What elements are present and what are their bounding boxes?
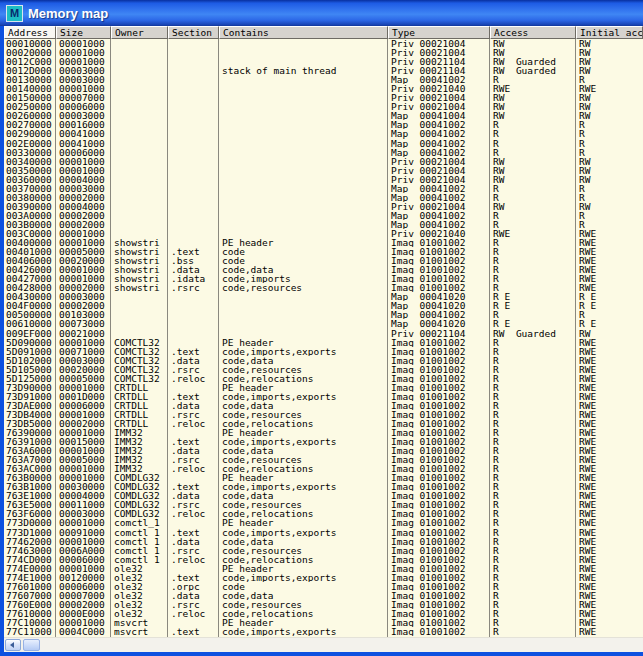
cell-owner xyxy=(111,301,168,310)
cell-access: R xyxy=(490,473,576,482)
cell-owner: ole32 xyxy=(111,591,168,600)
table-row[interactable]: 7639000000001000IMM32PE headerImag 01001… xyxy=(4,428,643,437)
table-row[interactable]: 5D10200000003000COMCTL32.datacode,dataIm… xyxy=(4,356,643,365)
table-row[interactable]: 0042600000001000showstri.datacode,dataIm… xyxy=(4,265,643,274)
table-row[interactable]: 0012D00000003000stack of main threadPriv… xyxy=(4,66,643,75)
table-row[interactable]: 0042800000002000showstri.rsrccode,resour… xyxy=(4,283,643,292)
cell-contains: PE header xyxy=(219,564,388,573)
table-row[interactable]: 004F000000002000Map 00041020R ER E xyxy=(4,301,643,310)
cell-access: R xyxy=(490,437,576,446)
column-header-initial-access[interactable]: Initial acc xyxy=(576,26,643,39)
table-row[interactable]: 0042700000001000showstri.idatacode,impor… xyxy=(4,274,643,283)
table-row[interactable]: 0029000000041000Map 00041002RR xyxy=(4,129,643,138)
cell-section: .text xyxy=(168,482,219,491)
scroll-thumb[interactable] xyxy=(23,639,40,651)
table-row[interactable]: 77C1000000001000msvcrtPE headerImag 0100… xyxy=(4,618,643,627)
cell-section xyxy=(168,102,219,111)
table-row[interactable]: 7760700000007000ole32.datacode,dataImag … xyxy=(4,591,643,600)
table-row[interactable]: 0034000000001000Priv 00021004RWRW xyxy=(4,157,643,166)
cell-access: R xyxy=(490,211,576,220)
column-header-type[interactable]: Type xyxy=(388,26,490,39)
table-row[interactable]: 7760100000006000ole32.orpccodeImag 01001… xyxy=(4,582,643,591)
table-row[interactable]: 7760E00000002000ole32.rsrccode,resources… xyxy=(4,600,643,609)
table-row[interactable]: 73D9000000001000CRTDLLPE headerImag 0100… xyxy=(4,383,643,392)
cell-section: .reloc xyxy=(168,509,219,518)
table-row[interactable]: 5D10500000020000COMCTL32.rsrccode,resour… xyxy=(4,365,643,374)
table-row[interactable]: 763E100000004000COMDLG32.datacode,dataIm… xyxy=(4,491,643,500)
horizontal-scrollbar[interactable] xyxy=(4,637,643,652)
column-header-contains[interactable]: Contains xyxy=(219,26,388,39)
table-row[interactable]: 774630000006A000comctl_1.rsrccode,resour… xyxy=(4,546,643,555)
table-row[interactable]: 776100000000E000ole32.reloccode,relocati… xyxy=(4,609,643,618)
titlebar[interactable]: M Memory map xyxy=(0,0,643,26)
cell-access: R xyxy=(490,383,576,392)
cell-size: 00004000 xyxy=(56,491,111,500)
table-row[interactable]: 0002000000001000Priv 00021004RWRW xyxy=(4,48,643,57)
table-row[interactable]: 763A700000005000IMM32.rsrccode,resources… xyxy=(4,455,643,464)
table-row[interactable]: 003C000000001000Priv 00021040RWERWE xyxy=(4,229,643,238)
table-row[interactable]: 002E000000041000Map 00041002RR xyxy=(4,139,643,148)
table-row[interactable]: 73D910000001D000CRTDLL.textcode,imports,… xyxy=(4,392,643,401)
table-row[interactable]: 763A600000001000IMM32.datacode,dataImag … xyxy=(4,446,643,455)
table-row[interactable]: 0040100000005000showstri.textcodeImag 01… xyxy=(4,247,643,256)
scroll-left-button[interactable] xyxy=(5,639,21,651)
table-row[interactable]: 763AC00000001000IMM32.reloccode,relocati… xyxy=(4,464,643,473)
table-row[interactable]: 0014000000001000Priv 00021040RWERWE xyxy=(4,84,643,93)
table-row[interactable]: 0035000000001000Priv 00021004RWRW xyxy=(4,166,643,175)
table-row[interactable]: 763F600000003000COMDLG32.reloccode,reloc… xyxy=(4,509,643,518)
table-row[interactable]: 7746200000001000comctl_1.datacode,dataIm… xyxy=(4,537,643,546)
cell-initial-access: RWE xyxy=(576,555,643,564)
table-row[interactable]: 763B000000001000COMDLG32PE headerImag 01… xyxy=(4,473,643,482)
table-row[interactable]: 003A000000002000Map 00041002RR xyxy=(4,211,643,220)
column-header-access[interactable]: Access xyxy=(490,26,576,39)
table-row[interactable]: 73DB500000002000CRTDLL.reloccode,relocat… xyxy=(4,419,643,428)
table-row[interactable]: 774E000000001000ole32PE headerImag 01001… xyxy=(4,564,643,573)
column-header-owner[interactable]: Owner xyxy=(111,26,168,39)
table-row[interactable]: 0001000000001000Priv 00021004RWRW xyxy=(4,39,643,48)
table-panel: Address Size Owner Section Contains Type… xyxy=(4,26,643,652)
table-row[interactable]: 73DAE00000006000CRTDLL.datacode,dataImag… xyxy=(4,401,643,410)
table-row[interactable]: 0050000000103000Map 00041002RR xyxy=(4,310,643,319)
table-row[interactable]: 0040000000001000showstriPE headerImag 01… xyxy=(4,238,643,247)
table-row[interactable]: 0040600000020000showstri.bsscodeImag 010… xyxy=(4,256,643,265)
table-row[interactable]: 0061000000073000Map 00041020R ER E xyxy=(4,319,643,328)
table-row[interactable]: 77C110000004C000msvcrt.textcode,imports,… xyxy=(4,627,643,636)
table-row[interactable]: 0013000000003000Map 00041002RR xyxy=(4,75,643,84)
cell-size: 00001000 xyxy=(56,57,111,66)
table-row[interactable]: 5D12500000005000COMCTL32.reloccode,reloc… xyxy=(4,374,643,383)
table-row[interactable]: 5D09000000001000COMCTL32PE headerImag 01… xyxy=(4,338,643,347)
table-row[interactable]: 0012C00000001000Priv 00021104RW GuardedR… xyxy=(4,57,643,66)
cell-type: Imag 01001002 xyxy=(388,347,490,356)
cell-size: 00041000 xyxy=(56,139,111,148)
cell-type: Map 00041002 xyxy=(388,148,490,157)
table-row[interactable]: 0036000000004000Priv 00021004RWRW xyxy=(4,175,643,184)
table-row[interactable]: 5D09100000071000COMCTL32.textcode,import… xyxy=(4,347,643,356)
column-header-address[interactable]: Address xyxy=(4,26,56,39)
cell-owner: COMCTL32 xyxy=(111,356,168,365)
table-row[interactable]: 763B100000030000COMDLG32.textcode,import… xyxy=(4,482,643,491)
cell-size: 00001000 xyxy=(56,383,111,392)
table-row[interactable]: 7639100000015000IMM32.textcode,imports,e… xyxy=(4,437,643,446)
table-row[interactable]: 0043000000003000Map 00041020R ER E xyxy=(4,292,643,301)
table-row[interactable]: 0037000000003000Map 00041002RR xyxy=(4,184,643,193)
table-row[interactable]: 0038000000002000Map 00041002RR xyxy=(4,193,643,202)
table-row[interactable]: 773D100000091000comctl_1.textcode,import… xyxy=(4,528,643,537)
table-row[interactable]: 0026000000003000Map 00041004RWRW xyxy=(4,111,643,120)
table-row[interactable]: 0033000000006000Map 00041002RR xyxy=(4,148,643,157)
cell-contains xyxy=(219,102,388,111)
column-header-size[interactable]: Size xyxy=(56,26,111,39)
table-row[interactable]: 774CD00000006000comctl_1.reloccode,reloc… xyxy=(4,555,643,564)
table-row[interactable]: 774E100000120000ole32.textcode,imports,e… xyxy=(4,573,643,582)
table-row[interactable]: 003B000000002000Map 00041002RR xyxy=(4,220,643,229)
table-row[interactable]: 0015000000007000Priv 00021004RWRW xyxy=(4,93,643,102)
table-row[interactable]: 773D000000001000comctl_1PE headerImag 01… xyxy=(4,518,643,527)
column-header-section[interactable]: Section xyxy=(168,26,219,39)
table-row[interactable]: 009EF00000021000Priv 00021104RW GuardedR… xyxy=(4,329,643,338)
table-row[interactable]: 0025000000006000Priv 00021004RWRW xyxy=(4,102,643,111)
table-row[interactable]: 0027000000016000Map 00041002RR xyxy=(4,120,643,129)
table-row[interactable]: 0039000000004000Priv 00021004RWRW xyxy=(4,202,643,211)
cell-size: 00091000 xyxy=(56,528,111,537)
table-row[interactable]: 73DB400000001000CRTDLL.rsrccode,resource… xyxy=(4,410,643,419)
table-row[interactable]: 763E500000011000COMDLG32.rsrccode,resour… xyxy=(4,500,643,509)
window-icon[interactable]: M xyxy=(6,5,23,22)
